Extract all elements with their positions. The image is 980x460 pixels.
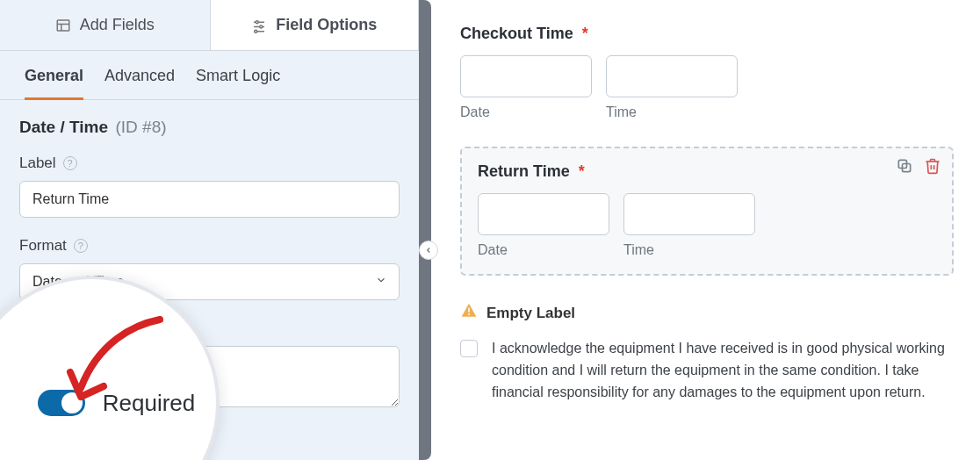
date-sublabel: Date — [478, 242, 609, 258]
field-label: Checkout Time — [460, 25, 573, 43]
help-icon[interactable]: ? — [63, 156, 77, 170]
checkbox-input[interactable] — [460, 340, 478, 357]
svg-point-6 — [260, 25, 263, 28]
field-id: (ID #8) — [115, 118, 166, 136]
date-sublabel: Date — [460, 104, 592, 120]
field-label: Return Time — [478, 162, 570, 181]
svg-rect-11 — [468, 308, 470, 313]
date-input[interactable] — [478, 193, 609, 235]
sidebar: Add Fields Field Options General Advance… — [0, 0, 420, 460]
label-caption: Label — [19, 155, 56, 172]
duplicate-field-button[interactable] — [896, 157, 913, 178]
field-type-name: Date / Time — [19, 118, 108, 136]
field-return-time[interactable]: Return Time * Date Time — [460, 147, 954, 276]
label-input[interactable] — [19, 181, 400, 218]
tab-add-fields[interactable]: Add Fields — [0, 0, 210, 50]
collapse-sidebar-button[interactable] — [419, 241, 438, 260]
sub-tab-advanced[interactable]: Advanced — [104, 67, 175, 100]
help-icon[interactable]: ? — [74, 239, 88, 253]
sub-tab-smart-logic[interactable]: Smart Logic — [196, 67, 280, 100]
svg-rect-0 — [57, 20, 69, 31]
checkbox-text: I acknowledge the equipment I have recei… — [492, 338, 954, 403]
format-caption: Format — [19, 237, 67, 255]
top-tab-strip: Add Fields Field Options — [0, 0, 419, 51]
field-acknowledgement[interactable]: Empty Label I acknowledge the equipment … — [460, 302, 954, 403]
date-input[interactable] — [460, 55, 592, 97]
svg-rect-12 — [468, 313, 470, 315]
tab-field-options-label: Field Options — [276, 16, 377, 34]
sliders-icon — [251, 18, 267, 33]
required-label: Required — [103, 390, 196, 417]
time-input[interactable] — [623, 193, 755, 235]
label-row: Label ? — [19, 155, 400, 218]
svg-point-4 — [256, 20, 259, 23]
required-toggle[interactable] — [38, 390, 85, 416]
delete-field-button[interactable] — [924, 157, 941, 178]
time-sublabel: Time — [623, 242, 755, 258]
field-checkout-time[interactable]: Checkout Time * Date Time — [460, 25, 954, 120]
layout-icon — [55, 18, 71, 33]
time-sublabel: Time — [606, 104, 738, 120]
required-star-icon: * — [579, 162, 585, 181]
sidebar-gutter — [419, 0, 431, 460]
tab-add-fields-label: Add Fields — [80, 16, 155, 34]
form-preview: Checkout Time * Date Time — [420, 0, 980, 460]
sub-tab-strip: General Advanced Smart Logic — [0, 51, 419, 100]
warning-icon — [460, 302, 478, 324]
sub-tab-general[interactable]: General — [25, 67, 83, 100]
empty-label-title: Empty Label — [486, 305, 575, 322]
required-star-icon: * — [582, 25, 588, 43]
svg-point-8 — [255, 30, 257, 32]
time-input[interactable] — [606, 55, 738, 97]
tab-field-options[interactable]: Field Options — [210, 0, 420, 50]
selected-field-heading: Date / Time (ID #8) — [19, 118, 400, 137]
